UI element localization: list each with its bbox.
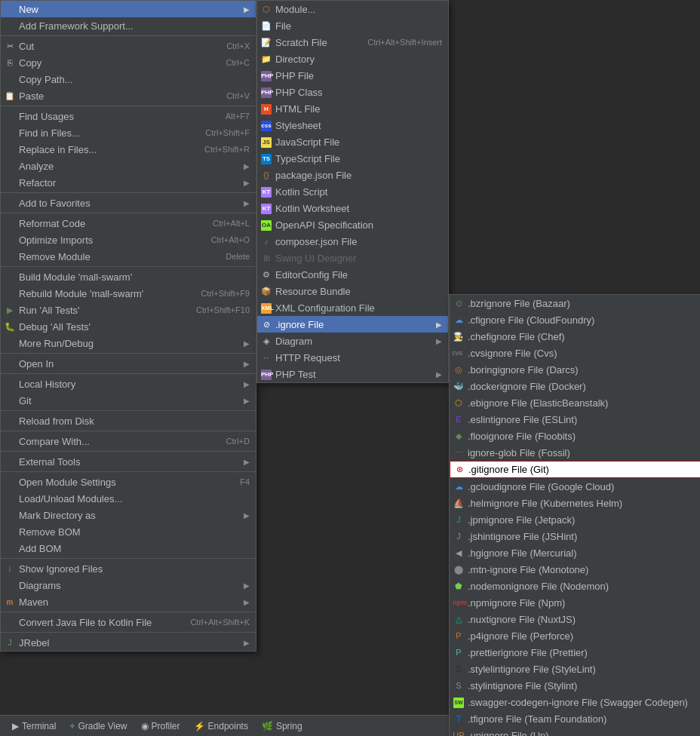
menu2-ignore-file[interactable]: ⊘ .ignore File ▶ [257, 316, 448, 333]
menu3-eslintignore[interactable]: E .eslintignore File (ESLint) [450, 411, 700, 428]
menu3-fossil[interactable]: ⋯ ignore-glob File (Fossil) [450, 444, 700, 461]
menu3-flooignore[interactable]: ◆ .flooignore File (Floobits) [450, 428, 700, 444]
menu-item-convert-kotlin[interactable]: Convert Java File to Kotlin File Ctrl+Al… [1, 614, 256, 630]
menu-item-external-tools[interactable]: External Tools ▶ [1, 453, 256, 470]
menu2-resource-bundle[interactable]: 📦 Resource Bundle [257, 283, 448, 299]
menu2-kotlin-script[interactable]: KT Kotlin Script [257, 183, 448, 200]
menu-item-remove-bom[interactable]: Remove BOM [1, 523, 256, 540]
menu2-editorconfig[interactable]: ⚙ EditorConfig File [257, 266, 448, 283]
menu3-chefignore[interactable]: 👨‍🍳 .chefignore File (Chef) [450, 328, 700, 345]
menu-item-find-files[interactable]: Find in Files... Ctrl+Shift+F [1, 124, 256, 141]
menu2-openapi[interactable]: OA OpenAPI Specification [257, 216, 448, 233]
menu2-directory[interactable]: 📁 Directory [257, 51, 448, 67]
menu-item-analyze[interactable]: Analyze ▶ [1, 158, 256, 174]
menu2-package-json[interactable]: {} package.json File [257, 167, 448, 183]
menu3-cvsignore[interactable]: cvs .cvsignore File (Cvs) [450, 345, 700, 361]
menu-item-debug-tests[interactable]: 🐛 Debug 'All Tests' [1, 318, 256, 335]
menu-item-git[interactable]: Git ▶ [1, 392, 256, 409]
menu3-stylintignore[interactable]: S .stylintignore File (Stylint) [450, 677, 700, 694]
menu2-js-file[interactable]: JS JavaScript File [257, 133, 448, 150]
menu-item-jrebel[interactable]: J JRebel ▶ [1, 634, 256, 651]
menu2-scratch-file[interactable]: 📝 Scratch File Ctrl+Alt+Shift+Insert [257, 34, 448, 51]
menu3-jshintignore[interactable]: J .jshintignore File (JSHint) [450, 528, 700, 544]
menu-item-copy-path[interactable]: Copy Path... [1, 71, 256, 87]
menu-item-reformat[interactable]: Reformat Code Ctrl+Alt+L [1, 215, 256, 232]
context-menu-level1: New ▶ Add Framework Support... ✂ Cut Ctr… [0, 0, 256, 652]
menu3-p4ignore[interactable]: P .p4ignore File (Perforce) [450, 627, 700, 644]
profiler-tab[interactable]: ◉ Profiler [135, 719, 186, 734]
js-icon: JS [260, 136, 272, 148]
menu3-boringignore[interactable]: ◎ .boringignore File (Darcs) [450, 361, 700, 378]
menu2-xml-config[interactable]: XML XML Configuration File [257, 299, 448, 316]
menu-item-cut[interactable]: ✂ Cut Ctrl+X [1, 38, 256, 54]
menu-item-module-settings[interactable]: Open Module Settings F4 [1, 474, 256, 490]
menu3-npmignore[interactable]: npm .npmignore File (Npm) [450, 594, 700, 611]
menu-item-maven[interactable]: m Maven ▶ [1, 593, 256, 610]
menu-item-mark-directory[interactable]: Mark Directory as ▶ [1, 507, 256, 523]
swagger2-icon: SW [453, 697, 465, 708]
menu2-composer-json[interactable]: ♪ composer.json File [257, 233, 448, 250]
menu3-swagger-codegen[interactable]: SW .swagger-codegen-ignore File (Swagger… [450, 694, 700, 710]
menu-item-add-favorites[interactable]: Add to Favorites ▶ [1, 195, 256, 211]
menu3-ebignore[interactable]: ⬡ .ebignore File (ElasticBeanstalk) [450, 394, 700, 411]
menu-item-diagrams[interactable]: Diagrams ▶ [1, 577, 256, 593]
menu3-bzrignore[interactable]: ⊙ .bzrignore File (Bazaar) [450, 295, 700, 311]
menu-item-copy[interactable]: ⎘ Copy Ctrl+C [1, 54, 256, 71]
menu-item-remove-module[interactable]: Remove Module Delete [1, 248, 256, 265]
menu-item-open-in[interactable]: Open In ▶ [1, 355, 256, 372]
cut-icon: ✂ [4, 41, 16, 51]
menu2-ts-file[interactable]: TS TypeScript File [257, 150, 448, 167]
menu2-diagram[interactable]: ◈ Diagram ▶ [257, 333, 448, 349]
menu-item-local-history[interactable]: Local History ▶ [1, 376, 256, 392]
menu3-nodemonignore[interactable]: ⬟ .nodemonignore File (Nodemon) [450, 578, 700, 594]
separator [1, 612, 256, 612]
menu3-upignore[interactable]: UP .upignore File (Up) [450, 727, 700, 736]
spring-tab[interactable]: 🌿 Spring [256, 719, 309, 734]
menu-item-optimize-imports[interactable]: Optimize Imports Ctrl+Alt+O [1, 232, 256, 248]
menu3-mtnignore[interactable]: ⬤ .mtn-ignore File (Monotone) [450, 561, 700, 578]
menu-item-reload[interactable]: Reload from Disk [1, 412, 256, 429]
menu3-stylelintignore[interactable]: S .stylelintignore File (StyleLint) [450, 661, 700, 677]
fossil-icon: ⋯ [453, 448, 465, 458]
darcs-icon: ◎ [453, 365, 465, 375]
menu-item-show-ignored[interactable]: i Show Ignored Files [1, 560, 256, 577]
menu-item-add-bom[interactable]: Add BOM [1, 540, 256, 557]
menu-item-rebuild-module[interactable]: Rebuild Module 'mall-swarm' Ctrl+Shift+F… [1, 285, 256, 302]
menu2-http-request[interactable]: ↔ HTTP Request [257, 349, 448, 366]
menu3-prettierignore[interactable]: P .prettierignore File (Prettier) [450, 644, 700, 661]
menu3-gcloudignore[interactable]: ☁ .gcloudignore File (Google Cloud) [450, 478, 700, 495]
menu2-stylesheet[interactable]: css Stylesheet [257, 117, 448, 133]
menu3-dockerignore[interactable]: 🐳 .dockerignore File (Docker) [450, 378, 700, 394]
menu-item-new[interactable]: New ▶ [1, 1, 256, 17]
endpoints-tab[interactable]: ⚡ Endpoints [188, 719, 254, 734]
menu-item-run-tests[interactable]: ▶ Run 'All Tests' Ctrl+Shift+F10 [1, 302, 256, 318]
menu-item-replace-files[interactable]: Replace in Files... Ctrl+Shift+R [1, 141, 256, 158]
menu3-tfignore[interactable]: T .tfignore File (Team Foundation) [450, 710, 700, 727]
menu3-nuxtignore[interactable]: △ .nuxtignore File (NuxtJS) [450, 611, 700, 627]
menu-item-add-framework[interactable]: Add Framework Support... [1, 17, 256, 34]
menu-item-refactor[interactable]: Refactor ▶ [1, 174, 256, 191]
menu2-kotlin-worksheet[interactable]: KT Kotlin Worksheet [257, 200, 448, 216]
php-test-icon: PHP [260, 369, 272, 380]
menu3-helmignore[interactable]: ⛵ .helmignore File (Kubernetes Helm) [450, 495, 700, 511]
menu2-php-class[interactable]: PHP PHP Class [257, 84, 448, 100]
menu3-cfignore[interactable]: ☁ .cfignore File (CloudFoundry) [450, 311, 700, 328]
gradle-tab[interactable]: + Gradle View [63, 719, 133, 734]
menu2-module[interactable]: ⬡ Module... [257, 1, 448, 17]
menu-item-load-modules[interactable]: Load/Unload Modules... [1, 490, 256, 507]
menu2-html-file[interactable]: H HTML File [257, 100, 448, 117]
separator [1, 373, 256, 374]
menu-item-build-module[interactable]: Build Module 'mall-swarm' [1, 268, 256, 285]
menu2-php-file[interactable]: PHP PHP File [257, 67, 448, 84]
menu2-php-test[interactable]: PHP PHP Test ▶ [257, 366, 448, 382]
menu3-gitignore[interactable]: ⊛ .gitignore File (Git) [450, 461, 700, 478]
menu-item-more-run[interactable]: More Run/Debug ▶ [1, 335, 256, 351]
menu-item-paste[interactable]: 📋 Paste Ctrl+V [1, 87, 256, 104]
menu2-file[interactable]: 📄 File [257, 17, 448, 34]
menu3-hgignore[interactable]: ◀ .hgignore File (Mercurial) [450, 544, 700, 561]
terminal-tab[interactable]: ▶ Terminal [6, 719, 62, 734]
menu3-jpmignore[interactable]: J .jpmignore File (Jetpack) [450, 511, 700, 528]
menu-item-find-usages[interactable]: Find Usages Alt+F7 [1, 108, 256, 124]
menu-item-compare[interactable]: Compare With... Ctrl+D [1, 433, 256, 449]
terminal-icon: ▶ [12, 721, 19, 731]
